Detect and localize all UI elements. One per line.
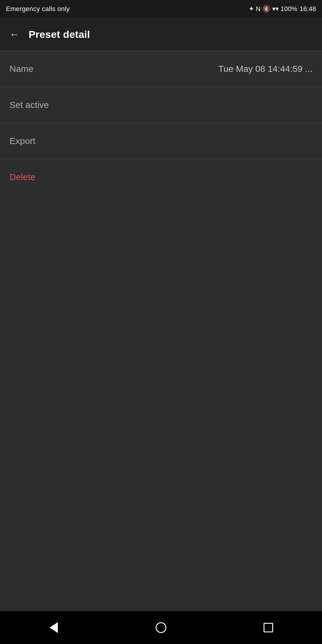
back-button[interactable]: ← <box>7 27 21 41</box>
set-active-row[interactable]: Set active <box>0 87 322 123</box>
export-row[interactable]: Export <box>0 123 322 159</box>
page-title: Preset detail <box>29 29 90 40</box>
nfc-icon: N <box>256 5 261 13</box>
delete-row[interactable]: Delete <box>0 159 322 195</box>
nav-recents-button[interactable] <box>256 616 280 640</box>
nav-home-button[interactable] <box>149 616 173 640</box>
status-bar-right: ✦ N 🔇 ▾▾ 100% 16:48 <box>249 5 316 13</box>
set-active-label: Set active <box>10 100 49 110</box>
name-value: Tue May 08 14:44:59 ... <box>218 64 312 74</box>
delete-label: Delete <box>10 172 35 182</box>
app-bar: ← Preset detail <box>0 18 322 51</box>
nav-recents-icon <box>264 623 273 632</box>
volume-mute-icon: 🔇 <box>262 5 270 13</box>
name-label: Name <box>10 64 33 74</box>
wifi-icon: ▾▾ <box>272 5 279 13</box>
content-area: Name Tue May 08 14:44:59 ... Set active … <box>0 51 322 611</box>
battery-icon: 100% <box>281 5 297 13</box>
nav-bar <box>0 611 322 644</box>
bluetooth-icon: ✦ <box>249 5 254 13</box>
nav-back-button[interactable] <box>42 616 66 640</box>
nav-home-icon <box>156 622 166 633</box>
name-row[interactable]: Name Tue May 08 14:44:59 ... <box>0 51 322 87</box>
nav-back-icon <box>49 622 58 633</box>
status-bar: Emergency calls only ✦ N 🔇 ▾▾ 100% 16:48 <box>0 0 322 18</box>
status-icons: ✦ N 🔇 ▾▾ 100% <box>249 5 297 13</box>
content-spacer <box>0 195 322 611</box>
status-time: 16:48 <box>300 5 316 13</box>
back-arrow-icon: ← <box>10 29 19 40</box>
status-bar-left-text: Emergency calls only <box>6 5 70 13</box>
export-label: Export <box>10 136 35 146</box>
